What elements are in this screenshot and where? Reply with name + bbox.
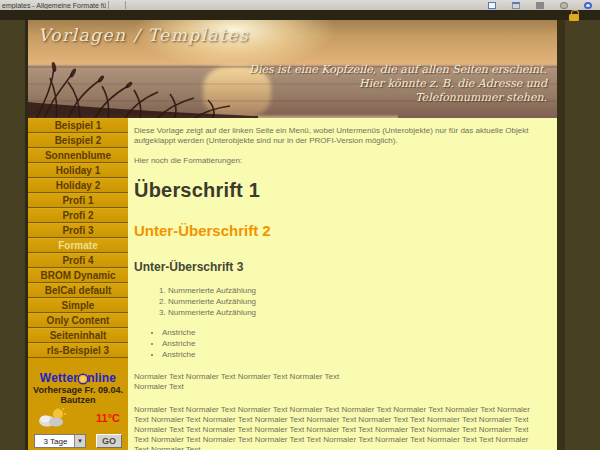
document-icon[interactable]	[488, 2, 496, 9]
wetteronline-logo[interactable]: Wetternline	[28, 371, 128, 385]
formats-line: Hier noch die Formatierungen:	[134, 156, 545, 166]
page-container: Vorlagen / Templates Dies ist eine Kopfz…	[25, 20, 565, 450]
top-dark-strip	[0, 10, 600, 20]
sidebar-item-label: Profi 4	[62, 255, 93, 266]
sidebar-item-label: BROM Dynamic	[40, 270, 115, 281]
sidebar-item-label: BelCal default	[45, 285, 112, 296]
sidebar-item-label: Profi 2	[62, 210, 93, 221]
sidebar-item-label: Simple	[62, 300, 95, 311]
sidebar-item-profi-2[interactable]: Profi 2	[28, 208, 128, 223]
sidebar-item-belcal-default[interactable]: BelCal default	[28, 283, 128, 298]
sidebar-item-label: Seiteninhalt	[50, 330, 107, 341]
intro-paragraph: Diese Vorlage zeigt auf der linken Seite…	[134, 126, 545, 146]
sidebar-item-label: Profi 1	[62, 195, 93, 206]
browser-toolbar	[488, 2, 600, 9]
logo-text: nline	[87, 371, 116, 385]
sidebar-item-only-content[interactable]: Only Content	[28, 313, 128, 328]
numbered-list-item: Nummerierte Aufzählung	[168, 307, 545, 318]
forecast-city: Bautzen	[28, 395, 128, 405]
sidebar-item-label: Beispiel 1	[55, 120, 102, 131]
sidebar-item-sonnenblume[interactable]: Sonnenblume	[28, 148, 128, 163]
temperature-value: 11°C	[96, 412, 120, 424]
page-title: Vorlagen / Templates	[38, 25, 249, 45]
bullet-list: Anstriche Anstriche Anstriche	[134, 327, 545, 360]
dune-grass-silhouette	[28, 58, 258, 118]
split-view-icon[interactable]	[536, 2, 544, 9]
go-button[interactable]: GO	[96, 434, 122, 448]
sidebar-item-profi-1[interactable]: Profi 1	[28, 193, 128, 208]
sidebar-item-formate-active[interactable]: Formate	[28, 238, 128, 253]
bullet-list-item: Anstriche	[162, 338, 545, 349]
sidebar-item-holiday-2[interactable]: Holiday 2	[28, 178, 128, 193]
settings-icon[interactable]	[560, 2, 568, 9]
numbered-list-item: Nummerierte Aufzählung	[168, 296, 545, 307]
header-note: Dies ist eine Kopfzeile, die auf allen S…	[249, 63, 547, 105]
sidebar-menu: Beispiel 1 Beispiel 2 Sonnenblume Holida…	[28, 118, 128, 450]
sidebar-item-brom-dynamic[interactable]: BROM Dynamic	[28, 268, 128, 283]
sidebar-item-simple[interactable]: Simple	[28, 298, 128, 313]
browser-tab-bar: emplates - Allgemeine Formate für Texte …	[0, 0, 600, 10]
sidebar-item-rls-beispiel-3[interactable]: rls-Beispiel 3	[28, 343, 128, 358]
header-banner: Vorlagen / Templates Dies ist eine Kopfz…	[28, 20, 557, 118]
heading-3: Unter-Überschrift 3	[134, 260, 545, 274]
sidebar-item-label: Beispiel 2	[55, 135, 102, 146]
normal-text-line: Normaler Text	[134, 382, 545, 392]
sidebar-item-label: Holiday 2	[56, 180, 100, 191]
chevron-down-icon[interactable]	[74, 435, 85, 447]
numbered-list-item: Nummerierte Aufzählung	[168, 285, 545, 296]
logo-text: Wetter	[40, 371, 78, 385]
normal-text-line: Normaler Text Normaler Text Normaler Tex…	[134, 372, 545, 382]
weather-widget: Wetternline Vorhersage Fr. 09.04. Bautze…	[28, 371, 128, 448]
tab-separator	[108, 1, 109, 9]
sidebar-item-beispiel-2[interactable]: Beispiel 2	[28, 133, 128, 148]
content-area: Diese Vorlage zeigt auf der linken Seite…	[128, 118, 557, 450]
heading-1: Überschrift 1	[134, 179, 545, 202]
sidebar-item-label: Profi 3	[62, 225, 93, 236]
heading-2: Unter-Überschrift 2	[134, 222, 545, 239]
browser-tab-title[interactable]: emplates - Allgemeine Formate für Texte …	[0, 2, 106, 9]
sun-o-icon	[79, 375, 87, 383]
bullet-list-item: Anstriche	[162, 349, 545, 360]
forecast-date: Vorhersage Fr. 09.04.	[28, 385, 128, 395]
sidebar-item-label: Only Content	[47, 315, 110, 326]
sidebar-item-label: rls-Beispiel 3	[47, 345, 109, 356]
sidebar-item-seiteninhalt[interactable]: Seiteninhalt	[28, 328, 128, 343]
sidebar-item-beispiel-1[interactable]: Beispiel 1	[28, 118, 128, 133]
forecast-range-select[interactable]: 3 Tage	[34, 434, 86, 448]
sidebar-item-label: Formate	[58, 240, 97, 251]
header-note-line: Dies ist eine Kopfzeile, die auf allen S…	[249, 63, 547, 77]
bullet-list-item: Anstriche	[162, 327, 545, 338]
padlock-icon	[569, 14, 579, 21]
select-value: 3 Tage	[35, 437, 74, 446]
sidebar-item-label: Sonnenblume	[45, 150, 111, 161]
tab-separator	[125, 1, 126, 9]
cloud-sun-icon	[36, 408, 68, 428]
sidebar-item-profi-3[interactable]: Profi 3	[28, 223, 128, 238]
normal-text-paragraph: Normaler Text Normaler Text Normaler Tex…	[134, 405, 545, 450]
numbered-list: Nummerierte Aufzählung Nummerierte Aufzä…	[134, 285, 545, 318]
header-note-line: Hier könnte z. B. die Adresse und	[249, 77, 547, 91]
window-icon[interactable]	[512, 2, 520, 9]
sidebar-item-holiday-1[interactable]: Holiday 1	[28, 163, 128, 178]
sidebar-item-profi-4[interactable]: Profi 4	[28, 253, 128, 268]
help-icon[interactable]	[584, 2, 592, 9]
sidebar-item-label: Holiday 1	[56, 165, 100, 176]
header-note-line: Telefonnummer stehen.	[249, 91, 547, 105]
